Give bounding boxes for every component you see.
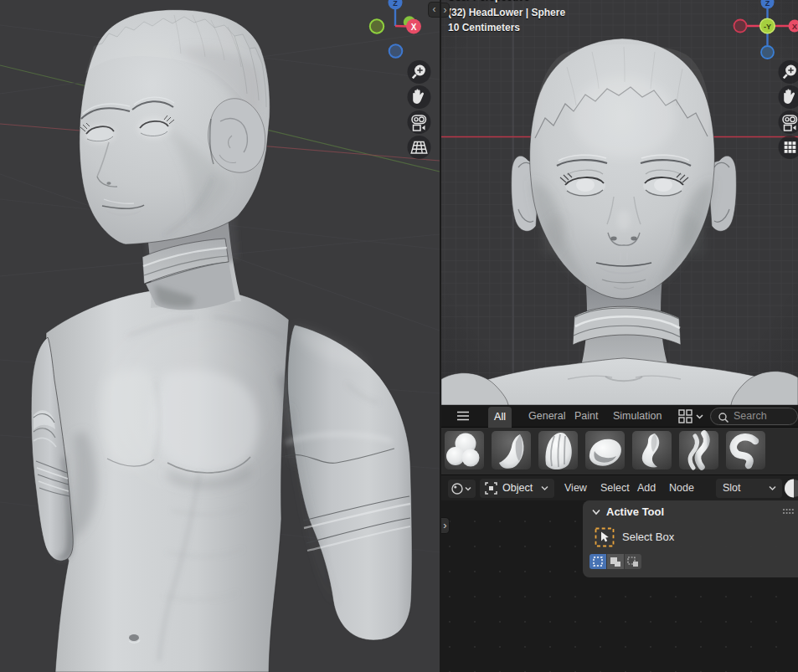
svg-text:Z: Z [393,0,398,8]
svg-text:X: X [411,23,417,32]
